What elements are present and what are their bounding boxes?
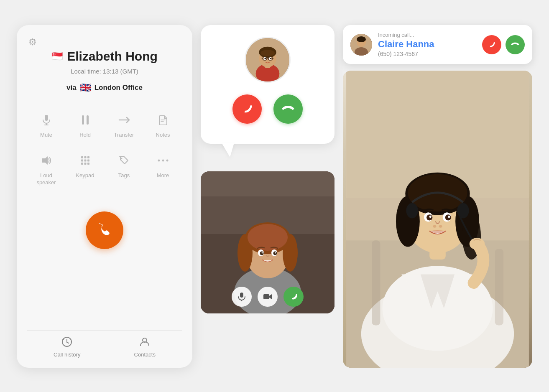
action-keypad[interactable]: Keypad <box>66 147 105 191</box>
notif-caller-phone: (650) 123-4567 <box>378 51 476 57</box>
nav-call-history[interactable]: Call history <box>54 336 80 358</box>
tags-label: Tags <box>118 172 130 179</box>
middle-panel <box>201 25 335 313</box>
svg-point-18 <box>158 159 160 161</box>
svg-rect-87 <box>372 240 380 325</box>
action-mute[interactable]: Mute <box>27 107 66 143</box>
scene: ⚙ 🇸🇬 Elizabeth Hong Local time: 13:13 (G… <box>0 0 549 392</box>
bubble-decline-button[interactable] <box>232 94 262 124</box>
svg-point-83 <box>406 203 418 219</box>
bottom-nav: Call history Contacts <box>27 330 182 358</box>
svg-rect-9 <box>84 156 86 158</box>
svg-rect-11 <box>81 159 83 161</box>
svg-rect-57 <box>263 294 269 299</box>
action-more[interactable]: More <box>143 147 182 191</box>
video-controls <box>232 287 304 307</box>
phone-panel: ⚙ 🇸🇬 Elizabeth Hong Local time: 13:13 (G… <box>17 25 192 368</box>
svg-point-19 <box>162 159 164 161</box>
action-loudspeaker[interactable]: Loud speaker <box>27 147 66 191</box>
notif-accept-button[interactable] <box>506 35 525 54</box>
action-hold[interactable]: Hold <box>66 107 105 143</box>
transfer-label: Transfer <box>114 132 134 139</box>
via-row: via 🇬🇧 London Office <box>27 82 182 93</box>
svg-point-61 <box>357 36 366 42</box>
tags-icon <box>115 151 133 170</box>
keypad-label: Keypad <box>76 172 94 179</box>
contacts-label: Contacts <box>134 351 156 358</box>
notif-avatar <box>350 34 372 56</box>
action-transfer[interactable]: Transfer <box>105 107 143 143</box>
contacts-icon <box>139 336 150 350</box>
video-end-button[interactable] <box>283 287 304 307</box>
call-history-icon <box>61 336 72 350</box>
action-notes[interactable]: Notes <box>143 107 182 143</box>
local-time: Local time: 13:13 (GMT) <box>27 68 182 75</box>
more-icon <box>154 151 172 170</box>
bubble-call-actions <box>232 94 303 124</box>
notes-label: Notes <box>156 132 170 139</box>
svg-point-31 <box>264 58 266 59</box>
transfer-icon <box>115 111 133 129</box>
svg-rect-3 <box>82 115 84 125</box>
svg-rect-15 <box>84 163 86 165</box>
flag-uk: 🇬🇧 <box>80 82 91 93</box>
svg-rect-10 <box>87 156 89 158</box>
call-button-container <box>86 211 123 249</box>
loudspeaker-label: Loud speaker <box>36 172 56 186</box>
actions-grid: Mute Hold Transfer <box>27 107 182 191</box>
svg-rect-55 <box>240 293 243 298</box>
contact-name: Elizabeth Hong <box>67 49 158 64</box>
office-name: London Office <box>94 84 143 92</box>
svg-rect-14 <box>81 163 83 165</box>
svg-point-82 <box>439 225 442 228</box>
incoming-notification: Incoming call... Claire Hanna (650) 123-… <box>343 25 532 64</box>
notif-caller-name: Claire Hanna <box>378 39 476 50</box>
notif-title: Incoming call... <box>378 32 476 38</box>
video-call-panel <box>201 171 335 313</box>
svg-point-32 <box>270 58 272 59</box>
svg-point-28 <box>260 50 275 56</box>
via-label: via <box>66 84 77 92</box>
hold-label: Hold <box>79 132 91 139</box>
call-bubble <box>201 25 335 144</box>
keypad-icon <box>76 151 94 170</box>
loudspeaker-icon <box>37 151 56 170</box>
flag-singapore: 🇸🇬 <box>51 51 63 62</box>
call-history-label: Call history <box>54 351 80 358</box>
svg-point-53 <box>262 252 263 254</box>
caller-avatar-bubble <box>245 37 291 83</box>
notes-icon <box>154 111 172 129</box>
mute-icon <box>37 111 56 129</box>
action-tags[interactable]: Tags <box>105 147 143 191</box>
contact-name-row: 🇸🇬 Elizabeth Hong <box>27 49 182 64</box>
svg-point-84 <box>457 203 469 219</box>
right-video <box>343 71 532 368</box>
svg-marker-7 <box>42 156 48 165</box>
svg-rect-16 <box>87 163 89 165</box>
svg-rect-13 <box>87 159 89 161</box>
notif-actions <box>482 35 525 54</box>
notif-decline-button[interactable] <box>482 35 501 54</box>
mute-label: Mute <box>40 132 52 139</box>
svg-rect-0 <box>45 115 48 121</box>
svg-point-77 <box>426 214 432 220</box>
notif-info: Incoming call... Claire Hanna (650) 123-… <box>378 32 476 57</box>
svg-point-17 <box>121 158 122 159</box>
svg-rect-8 <box>81 156 83 158</box>
main-call-button[interactable] <box>86 211 123 249</box>
contact-info: 🇸🇬 Elizabeth Hong Local time: 13:13 (GMT… <box>27 49 182 107</box>
settings-icon[interactable]: ⚙ <box>28 37 37 48</box>
right-panel: Incoming call... Claire Hanna (650) 123-… <box>343 25 532 368</box>
nav-contacts[interactable]: Contacts <box>134 336 156 358</box>
right-video-background <box>343 71 532 368</box>
svg-rect-88 <box>495 249 503 326</box>
svg-point-78 <box>445 214 451 220</box>
more-label: More <box>157 172 169 179</box>
video-camera-button[interactable] <box>258 287 278 307</box>
svg-point-54 <box>275 252 276 254</box>
svg-point-48 <box>248 224 288 251</box>
bubble-accept-button[interactable] <box>273 94 303 124</box>
svg-point-81 <box>433 225 436 228</box>
svg-point-20 <box>166 159 168 161</box>
video-mic-button[interactable] <box>232 287 252 307</box>
